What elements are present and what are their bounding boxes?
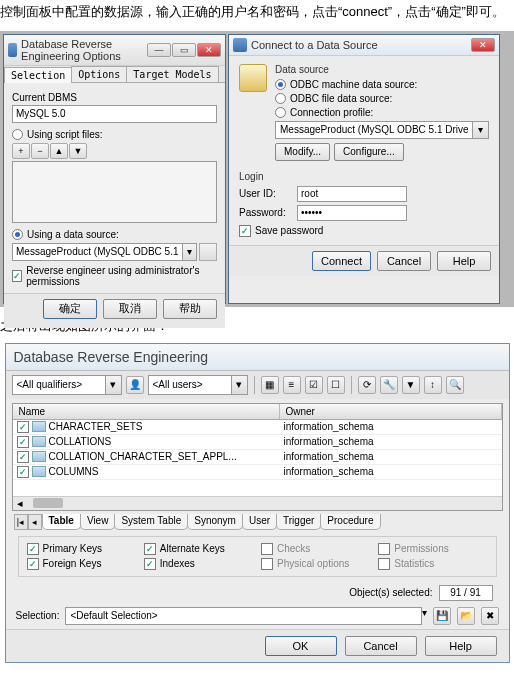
qualifiers-combo[interactable] (12, 375, 106, 395)
refresh-icon[interactable]: ⟳ (358, 376, 376, 394)
chevron-down-icon[interactable]: ▾ (183, 243, 197, 261)
password-field[interactable] (297, 205, 407, 221)
perms-checkbox[interactable] (378, 543, 390, 555)
delete-selection-icon[interactable]: ✖ (481, 607, 499, 625)
col-name-header[interactable]: Name (13, 404, 280, 419)
tool-icon[interactable]: 🔧 (380, 376, 398, 394)
tab-nav-prev[interactable]: ◂ (28, 514, 42, 530)
odbc-file-label: ODBC file data source: (290, 93, 392, 104)
tab-nav-first[interactable]: |◂ (14, 514, 28, 530)
table-row[interactable]: ✓COLLATION_CHARACTER_SET_APPL...informat… (13, 450, 502, 465)
tab-selection[interactable]: Selection (4, 67, 72, 83)
help-icon[interactable] (18, 303, 25, 319)
tab-user[interactable]: User (242, 514, 277, 530)
minimize-button[interactable]: — (147, 43, 171, 57)
tab-table[interactable]: Table (42, 514, 81, 530)
remove-file-icon[interactable]: − (31, 143, 49, 159)
save-selection-icon[interactable]: 💾 (433, 607, 451, 625)
table-row[interactable]: ✓COLLATIONSinformation_schema (13, 435, 502, 450)
table-row[interactable]: ✓COLUMNSinformation_schema (13, 465, 502, 480)
find-icon[interactable]: 🔍 (446, 376, 464, 394)
help-button[interactable]: 帮助 (163, 299, 217, 319)
tab-options[interactable]: Options (71, 66, 127, 82)
pk-label: Primary Keys (43, 543, 102, 554)
phys-checkbox[interactable] (261, 558, 273, 570)
pk-checkbox[interactable]: ✓ (27, 543, 39, 555)
reverse-engineering-dialog: Database Reverse Engineering ▾ 👤 ▾ ▦ ≡ ☑… (5, 343, 510, 663)
tab-target-models[interactable]: Target Models (126, 66, 218, 82)
using-script-label: Using script files: (27, 129, 103, 140)
close-button[interactable]: ✕ (197, 43, 221, 57)
userid-field[interactable] (297, 186, 407, 202)
datasource-select[interactable] (275, 121, 473, 139)
password-label: Password: (239, 207, 297, 218)
app-icon (8, 43, 17, 57)
tab-synonym[interactable]: Synonym (187, 514, 243, 530)
cancel-button[interactable]: 取消 (103, 299, 157, 319)
odbc-machine-radio[interactable] (275, 79, 286, 90)
stats-checkbox[interactable] (378, 558, 390, 570)
row-owner: information_schema (280, 435, 502, 448)
save-password-label: Save password (255, 225, 323, 236)
configure-button[interactable]: Configure... (334, 143, 404, 161)
ak-label: Alternate Keys (160, 543, 225, 554)
move-up-icon[interactable]: ▲ (50, 143, 68, 159)
idx-checkbox[interactable]: ✓ (144, 558, 156, 570)
select-all-icon[interactable]: ☑ (305, 376, 323, 394)
deselect-all-icon[interactable]: ☐ (327, 376, 345, 394)
using-datasource-radio[interactable] (12, 229, 23, 240)
row-checkbox[interactable]: ✓ (17, 421, 29, 433)
save-password-checkbox[interactable]: ✓ (239, 225, 251, 237)
odbc-file-radio[interactable] (275, 93, 286, 104)
grid-icon[interactable]: ▦ (261, 376, 279, 394)
tab-system-table[interactable]: System Table (114, 514, 188, 530)
help-button[interactable]: Help (437, 251, 491, 271)
move-down-icon[interactable]: ▼ (69, 143, 87, 159)
cancel-button[interactable]: Cancel (377, 251, 431, 271)
selection-combo[interactable] (65, 607, 421, 625)
using-script-radio[interactable] (12, 129, 23, 140)
col-owner-header[interactable]: Owner (280, 404, 502, 419)
list-icon[interactable]: ≡ (283, 376, 301, 394)
row-name: CHARACTER_SETS (49, 421, 143, 432)
ak-checkbox[interactable]: ✓ (144, 543, 156, 555)
tab-view[interactable]: View (80, 514, 116, 530)
datasource-combo[interactable] (12, 243, 183, 261)
tab-procedure[interactable]: Procedure (320, 514, 380, 530)
table-row[interactable]: ✓CHARACTER_SETSinformation_schema (13, 420, 502, 435)
datasource-browse-icon[interactable] (199, 243, 217, 261)
tab-trigger[interactable]: Trigger (276, 514, 321, 530)
chevron-down-icon[interactable]: ▾ (473, 121, 489, 139)
chevron-down-icon[interactable]: ▾ (232, 375, 248, 395)
help-button[interactable]: Help (425, 636, 497, 656)
table-icon (32, 421, 46, 432)
modify-button[interactable]: Modify... (275, 143, 330, 161)
row-name: COLLATION_CHARACTER_SET_APPL... (49, 451, 237, 462)
perms-label: Permissions (394, 543, 448, 554)
chevron-down-icon[interactable]: ▾ (106, 375, 122, 395)
row-checkbox[interactable]: ✓ (17, 466, 29, 478)
row-checkbox[interactable]: ✓ (17, 436, 29, 448)
fk-checkbox[interactable]: ✓ (27, 558, 39, 570)
selection-label: Selection: (16, 610, 60, 621)
row-checkbox[interactable]: ✓ (17, 451, 29, 463)
admin-perm-checkbox[interactable]: ✓ (12, 270, 22, 282)
cancel-button[interactable]: Cancel (345, 636, 417, 656)
connect-button[interactable]: Connect (312, 251, 371, 271)
open-selection-icon[interactable]: 📂 (457, 607, 475, 625)
scrollbar[interactable]: ◂ (13, 496, 502, 510)
objects-selected-field (439, 585, 493, 601)
filter-icon[interactable]: ▼ (402, 376, 420, 394)
sort-icon[interactable]: ↕ (424, 376, 442, 394)
maximize-button[interactable]: ▭ (172, 43, 196, 57)
ok-button[interactable]: 确定 (43, 299, 97, 319)
checks-checkbox[interactable] (261, 543, 273, 555)
connection-profile-radio[interactable] (275, 107, 286, 118)
chevron-down-icon[interactable]: ▾ (422, 607, 427, 625)
ok-button[interactable]: OK (265, 636, 337, 656)
close-button[interactable]: ✕ (471, 38, 495, 52)
script-files-list[interactable] (12, 161, 217, 223)
add-file-icon[interactable]: + (12, 143, 30, 159)
current-dbms-field[interactable] (12, 105, 217, 123)
users-combo[interactable] (148, 375, 232, 395)
